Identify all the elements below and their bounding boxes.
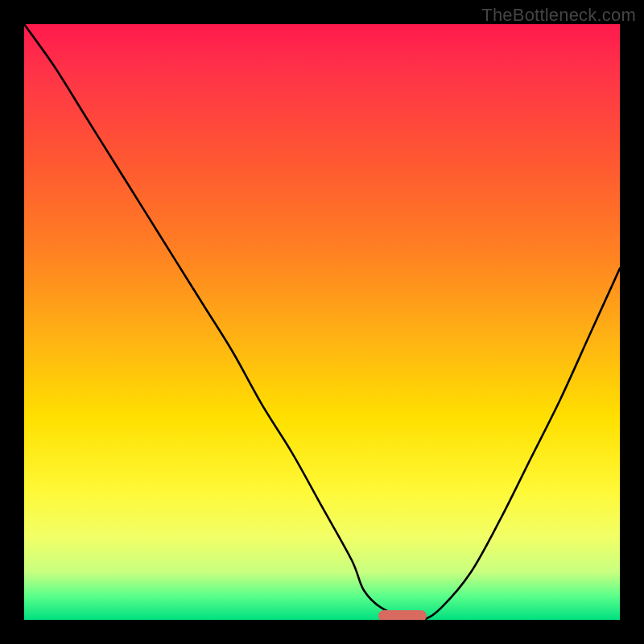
optimum-marker [378, 610, 427, 620]
watermark-text: TheBottleneck.com [481, 5, 636, 26]
bottleneck-curve [24, 24, 620, 620]
chart-frame: TheBottleneck.com [0, 0, 644, 644]
plot-area [24, 24, 620, 620]
